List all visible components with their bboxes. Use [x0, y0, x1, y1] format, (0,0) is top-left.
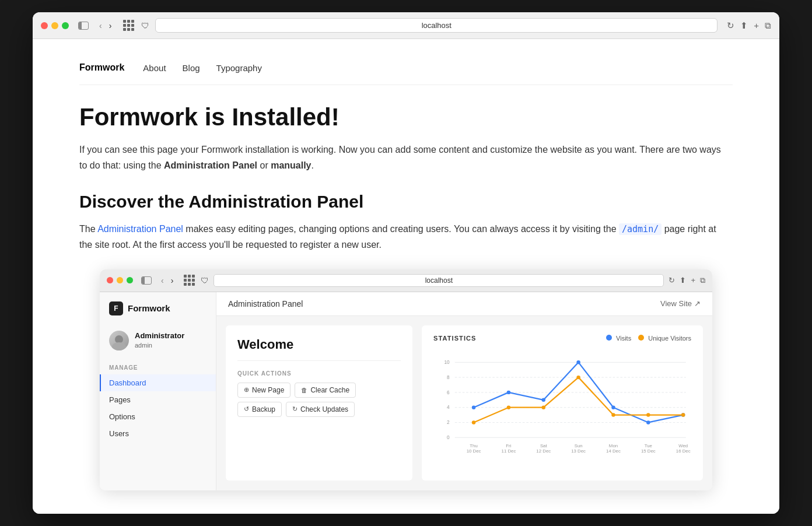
refresh-icon[interactable]: ↻	[727, 20, 734, 31]
stats-title: STATISTICS	[433, 335, 477, 342]
svg-text:13 Dec: 13 Dec	[571, 448, 586, 454]
unique-label: Unique Visitors	[648, 335, 691, 342]
apps-icon[interactable]	[123, 20, 134, 31]
maximize-button[interactable]	[62, 22, 69, 29]
hero-bold-admin: Administration Panel	[164, 160, 257, 170]
svg-text:10 Dec: 10 Dec	[467, 448, 481, 454]
unique-dot-3	[576, 376, 580, 379]
trash-icon: 🗑	[301, 387, 307, 394]
nested-browser-actions: ↻ ⬆ + ⧉	[668, 276, 705, 285]
nav-link-typography[interactable]: Typography	[216, 63, 262, 73]
svg-text:Wed: Wed	[678, 443, 688, 448]
stats-chart: 10 8 6 4 2 0 Thu 10 Dec Fri	[433, 350, 691, 461]
admin-url-link[interactable]: /admin/	[619, 223, 662, 235]
new-tab-icon[interactable]: +	[754, 20, 759, 30]
hero-desc-text3: .	[312, 160, 314, 170]
backup-label: Backup	[252, 405, 275, 413]
svg-text:Sat: Sat	[540, 443, 548, 448]
stats-header: STATISTICS Visits Unique Visitors	[433, 335, 691, 342]
svg-text:12 Dec: 12 Dec	[536, 448, 551, 454]
nav-link-about[interactable]: About	[143, 63, 166, 73]
unique-dot-4	[611, 413, 615, 416]
nested-address-bar: localhost	[214, 274, 664, 287]
external-link-icon: ↗	[694, 299, 701, 308]
svg-text:10: 10	[444, 360, 450, 365]
back-arrow-icon[interactable]: ‹	[97, 20, 104, 31]
unique-dot	[638, 335, 644, 341]
admin-layout: F Formwork Administrator admin MANAGE Da…	[100, 292, 712, 490]
section-text2: makes easy editing pages, changing optio…	[183, 224, 619, 234]
hero-desc-text2: or	[257, 160, 271, 170]
visits-dot-1	[507, 390, 510, 394]
nested-traffic-lights	[107, 277, 133, 283]
browser-actions: ↻ ⬆ + ⧉	[727, 20, 771, 31]
nested-browser: ‹ › 🛡 localhost ↻ ⬆ + ⧉	[100, 269, 712, 490]
admin-brand-icon: F	[109, 301, 123, 315]
nav-brand[interactable]: Formwork	[79, 62, 124, 73]
nested-apps-icon	[184, 275, 195, 286]
section-title: Discover the Administration Panel	[79, 192, 733, 212]
welcome-card: Welcome QUICK ACTIONS ⊕ New Page 🗑 Clear…	[226, 325, 412, 481]
view-site-link[interactable]: View Site ↗	[660, 299, 701, 308]
stats-card: STATISTICS Visits Unique Visitors	[422, 325, 703, 481]
nested-share-icon: ⬆	[680, 276, 686, 285]
admin-brand: F Formwork	[100, 301, 216, 325]
unique-visitors-line	[474, 377, 683, 422]
minimize-button[interactable]	[51, 22, 58, 29]
visits-dot-5	[646, 420, 650, 424]
stats-legend: Visits Unique Visitors	[606, 335, 691, 342]
welcome-title: Welcome	[237, 337, 401, 361]
svg-text:4: 4	[447, 405, 450, 410]
sidebar-item-dashboard[interactable]: Dashboard	[100, 374, 216, 391]
chart-container: 10 8 6 4 2 0 Thu 10 Dec Fri	[433, 350, 691, 461]
legend-unique: Unique Visitors	[638, 335, 691, 342]
unique-dot-6	[681, 413, 685, 416]
svg-text:16 Dec: 16 Dec	[676, 448, 691, 454]
nested-minimize-button	[117, 277, 123, 283]
svg-text:Mon: Mon	[609, 443, 618, 448]
shield-icon: 🛡	[141, 21, 149, 30]
clear-cache-button[interactable]: 🗑 Clear Cache	[295, 383, 356, 398]
browser-chrome: ‹ › 🛡 localhost ↻ ⬆ + ⧉	[33, 12, 779, 39]
site-nav: Formwork About Blog Typography	[79, 53, 733, 85]
section-text1: The	[79, 224, 97, 234]
admin-header: Administration Panel View Site ↗	[216, 292, 712, 316]
svg-text:2: 2	[447, 420, 450, 425]
admin-user-name: Administrator	[135, 331, 184, 341]
svg-text:15 Dec: 15 Dec	[641, 448, 656, 454]
nested-back-arrow-icon: ‹	[159, 275, 166, 286]
tabs-icon[interactable]: ⧉	[765, 20, 771, 31]
visits-dot	[606, 335, 612, 341]
nested-tabs-icon: ⧉	[700, 276, 705, 285]
hero-title: Formwork is Installed!	[79, 104, 733, 131]
sidebar-item-users[interactable]: Users	[100, 425, 216, 442]
new-page-label: New Page	[252, 386, 284, 394]
nav-link-blog[interactable]: Blog	[183, 63, 200, 73]
section-description: The Administration Panel makes easy edit…	[79, 221, 721, 253]
close-button[interactable]	[41, 22, 48, 29]
svg-text:6: 6	[447, 390, 450, 395]
new-page-button[interactable]: ⊕ New Page	[237, 383, 290, 398]
sidebar-item-options[interactable]: Options	[100, 408, 216, 425]
hero-bold-manually: manually	[271, 160, 311, 170]
legend-visits: Visits	[606, 335, 631, 342]
nav-arrows: ‹ ›	[97, 20, 114, 31]
address-bar[interactable]: localhost	[155, 18, 718, 33]
share-icon[interactable]: ⬆	[740, 20, 748, 31]
page-content: Formwork About Blog Typography Formwork …	[33, 39, 779, 513]
backup-button[interactable]: ↺ Backup	[237, 402, 282, 417]
admin-header-title: Administration Panel	[228, 299, 303, 308]
sidebar-toggle-icon[interactable]	[78, 22, 89, 30]
admin-panel-link[interactable]: Administration Panel	[97, 224, 183, 234]
nested-close-button	[107, 277, 113, 283]
check-updates-button[interactable]: ↻ Check Updates	[286, 402, 355, 417]
traffic-lights	[41, 22, 69, 29]
svg-text:Sun: Sun	[575, 443, 583, 448]
admin-avatar	[109, 331, 129, 350]
admin-user-role: admin	[135, 341, 184, 349]
nested-forward-arrow-icon: ›	[169, 275, 176, 286]
nested-browser-chrome: ‹ › 🛡 localhost ↻ ⬆ + ⧉	[100, 269, 712, 292]
forward-arrow-icon[interactable]: ›	[107, 20, 114, 31]
sidebar-item-pages[interactable]: Pages	[100, 391, 216, 408]
unique-dot-2	[542, 405, 545, 409]
